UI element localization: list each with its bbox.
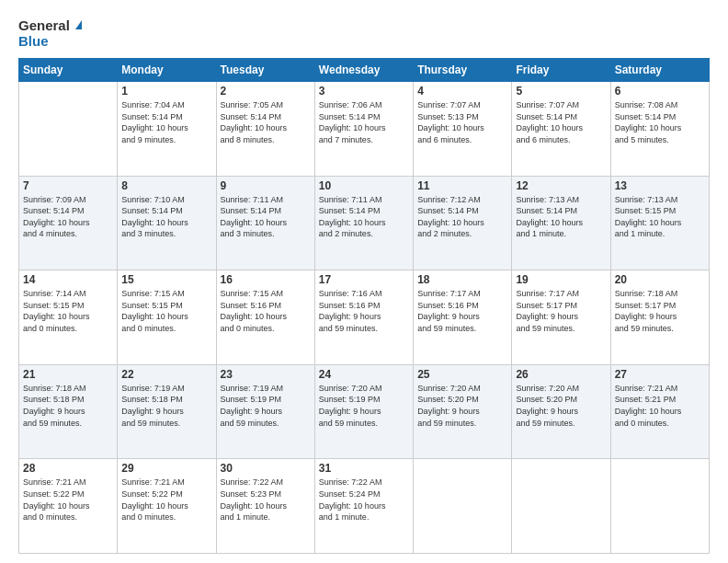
calendar-table: SundayMondayTuesdayWednesdayThursdayFrid… [18,58,710,554]
day-number: 9 [221,179,311,192]
calendar-week-row: 28Sunrise: 7:21 AM Sunset: 5:22 PM Dayli… [19,459,710,554]
day-number: 6 [615,85,705,98]
day-info: Sunrise: 7:20 AM Sunset: 5:20 PM Dayligh… [516,383,606,429]
day-number: 15 [121,273,211,286]
day-info: Sunrise: 7:21 AM Sunset: 5:22 PM Dayligh… [23,477,113,523]
day-info: Sunrise: 7:21 AM Sunset: 5:21 PM Dayligh… [615,383,705,429]
day-info: Sunrise: 7:05 AM Sunset: 5:14 PM Dayligh… [221,99,311,145]
day-number: 4 [417,85,507,98]
day-info: Sunrise: 7:20 AM Sunset: 5:19 PM Dayligh… [319,383,409,429]
day-number: 28 [23,462,113,475]
calendar-week-row: 14Sunrise: 7:14 AM Sunset: 5:15 PM Dayli… [19,270,710,365]
day-info: Sunrise: 7:20 AM Sunset: 5:20 PM Dayligh… [417,383,507,429]
day-number: 7 [23,179,113,192]
day-number: 2 [221,85,311,98]
day-number: 24 [319,368,409,381]
calendar-cell: 15Sunrise: 7:15 AM Sunset: 5:15 PM Dayli… [118,270,216,365]
day-number: 31 [319,462,409,475]
day-info: Sunrise: 7:15 AM Sunset: 5:16 PM Dayligh… [221,288,311,334]
calendar-week-row: 21Sunrise: 7:18 AM Sunset: 5:18 PM Dayli… [19,364,710,459]
calendar-cell: 28Sunrise: 7:21 AM Sunset: 5:22 PM Dayli… [19,459,118,554]
day-info: Sunrise: 7:06 AM Sunset: 5:14 PM Dayligh… [319,99,409,145]
calendar-day-header: Thursday [414,59,512,82]
day-info: Sunrise: 7:07 AM Sunset: 5:14 PM Dayligh… [516,99,606,145]
day-number: 16 [221,273,311,286]
day-info: Sunrise: 7:13 AM Sunset: 5:14 PM Dayligh… [516,194,606,240]
calendar-header-row: SundayMondayTuesdayWednesdayThursdayFrid… [19,59,710,82]
calendar-day-header: Sunday [19,59,118,82]
day-info: Sunrise: 7:04 AM Sunset: 5:14 PM Dayligh… [121,99,211,145]
calendar-cell: 10Sunrise: 7:11 AM Sunset: 5:14 PM Dayli… [314,176,413,270]
calendar-cell: 2Sunrise: 7:05 AM Sunset: 5:14 PM Daylig… [216,82,314,177]
logo: General Blue [18,18,82,49]
calendar-cell: 24Sunrise: 7:20 AM Sunset: 5:19 PM Dayli… [314,364,413,459]
day-info: Sunrise: 7:22 AM Sunset: 5:24 PM Dayligh… [319,477,409,523]
calendar-cell: 8Sunrise: 7:10 AM Sunset: 5:14 PM Daylig… [118,176,216,270]
day-number: 1 [121,85,211,98]
calendar-day-header: Saturday [610,59,709,82]
calendar-day-header: Wednesday [314,59,413,82]
day-number: 13 [615,179,705,192]
calendar-cell: 16Sunrise: 7:15 AM Sunset: 5:16 PM Dayli… [216,270,314,365]
day-info: Sunrise: 7:11 AM Sunset: 5:14 PM Dayligh… [221,194,311,240]
day-info: Sunrise: 7:14 AM Sunset: 5:15 PM Dayligh… [23,288,113,334]
calendar-cell: 20Sunrise: 7:18 AM Sunset: 5:17 PM Dayli… [610,270,709,365]
day-info: Sunrise: 7:12 AM Sunset: 5:14 PM Dayligh… [417,194,507,240]
calendar-cell [610,459,709,554]
day-info: Sunrise: 7:21 AM Sunset: 5:22 PM Dayligh… [121,477,211,523]
calendar-cell [19,82,118,177]
calendar-week-row: 7Sunrise: 7:09 AM Sunset: 5:14 PM Daylig… [19,176,710,270]
day-info: Sunrise: 7:19 AM Sunset: 5:19 PM Dayligh… [221,383,311,429]
header: General Blue [18,18,710,49]
day-number: 25 [417,368,507,381]
day-info: Sunrise: 7:16 AM Sunset: 5:16 PM Dayligh… [319,288,409,334]
calendar-cell: 12Sunrise: 7:13 AM Sunset: 5:14 PM Dayli… [512,176,610,270]
day-info: Sunrise: 7:15 AM Sunset: 5:15 PM Dayligh… [121,288,211,334]
day-number: 14 [23,273,113,286]
calendar-cell: 21Sunrise: 7:18 AM Sunset: 5:18 PM Dayli… [19,364,118,459]
day-info: Sunrise: 7:18 AM Sunset: 5:18 PM Dayligh… [23,383,113,429]
day-number: 30 [221,462,311,475]
calendar-cell: 7Sunrise: 7:09 AM Sunset: 5:14 PM Daylig… [19,176,118,270]
calendar-cell: 11Sunrise: 7:12 AM Sunset: 5:14 PM Dayli… [414,176,512,270]
day-number: 21 [23,368,113,381]
calendar-cell: 23Sunrise: 7:19 AM Sunset: 5:19 PM Dayli… [216,364,314,459]
day-info: Sunrise: 7:13 AM Sunset: 5:15 PM Dayligh… [615,194,705,240]
day-number: 18 [417,273,507,286]
calendar-cell: 1Sunrise: 7:04 AM Sunset: 5:14 PM Daylig… [118,82,216,177]
calendar-cell: 5Sunrise: 7:07 AM Sunset: 5:14 PM Daylig… [512,82,610,177]
day-number: 23 [221,368,311,381]
calendar-cell: 25Sunrise: 7:20 AM Sunset: 5:20 PM Dayli… [414,364,512,459]
calendar-cell: 26Sunrise: 7:20 AM Sunset: 5:20 PM Dayli… [512,364,610,459]
calendar-cell: 17Sunrise: 7:16 AM Sunset: 5:16 PM Dayli… [314,270,413,365]
day-number: 3 [319,85,409,98]
day-info: Sunrise: 7:19 AM Sunset: 5:18 PM Dayligh… [121,383,211,429]
calendar-cell: 4Sunrise: 7:07 AM Sunset: 5:13 PM Daylig… [414,82,512,177]
calendar-week-row: 1Sunrise: 7:04 AM Sunset: 5:14 PM Daylig… [19,82,710,177]
day-info: Sunrise: 7:07 AM Sunset: 5:13 PM Dayligh… [417,99,507,145]
calendar-cell: 27Sunrise: 7:21 AM Sunset: 5:21 PM Dayli… [610,364,709,459]
calendar-cell: 14Sunrise: 7:14 AM Sunset: 5:15 PM Dayli… [19,270,118,365]
calendar-cell [414,459,512,554]
day-info: Sunrise: 7:22 AM Sunset: 5:23 PM Dayligh… [221,477,311,523]
calendar-cell: 3Sunrise: 7:06 AM Sunset: 5:14 PM Daylig… [314,82,413,177]
day-number: 20 [615,273,705,286]
calendar-day-header: Tuesday [216,59,314,82]
calendar-cell: 19Sunrise: 7:17 AM Sunset: 5:17 PM Dayli… [512,270,610,365]
day-number: 12 [516,179,606,192]
calendar-cell: 9Sunrise: 7:11 AM Sunset: 5:14 PM Daylig… [216,176,314,270]
calendar-day-header: Monday [118,59,216,82]
day-info: Sunrise: 7:18 AM Sunset: 5:17 PM Dayligh… [615,288,705,334]
calendar-cell: 6Sunrise: 7:08 AM Sunset: 5:14 PM Daylig… [610,82,709,177]
calendar-cell: 22Sunrise: 7:19 AM Sunset: 5:18 PM Dayli… [118,364,216,459]
day-number: 26 [516,368,606,381]
day-info: Sunrise: 7:08 AM Sunset: 5:14 PM Dayligh… [615,99,705,145]
calendar-cell: 31Sunrise: 7:22 AM Sunset: 5:24 PM Dayli… [314,459,413,554]
day-info: Sunrise: 7:17 AM Sunset: 5:16 PM Dayligh… [417,288,507,334]
calendar-cell: 13Sunrise: 7:13 AM Sunset: 5:15 PM Dayli… [610,176,709,270]
page: General Blue SundayMondayTuesdayWednesda… [0,0,728,563]
calendar-cell: 29Sunrise: 7:21 AM Sunset: 5:22 PM Dayli… [118,459,216,554]
day-number: 29 [121,462,211,475]
day-info: Sunrise: 7:11 AM Sunset: 5:14 PM Dayligh… [319,194,409,240]
day-info: Sunrise: 7:10 AM Sunset: 5:14 PM Dayligh… [121,194,211,240]
